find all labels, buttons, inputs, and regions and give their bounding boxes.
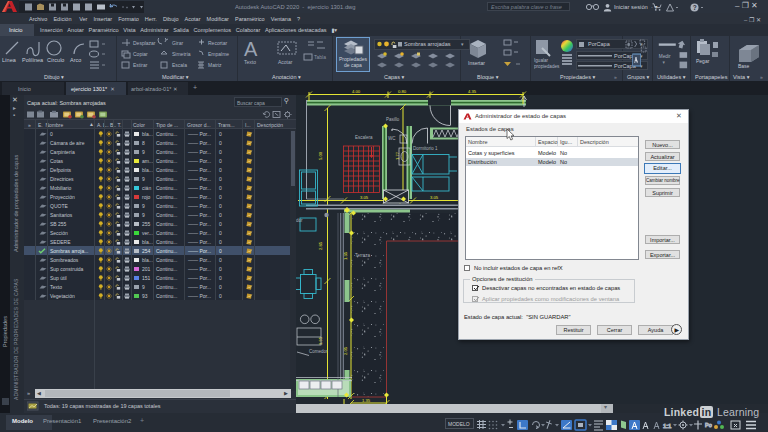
svg-text:Insertar: Insertar: [468, 60, 485, 66]
svg-text:Escalera: Escalera: [355, 135, 373, 140]
svg-text:3.95: 3.95: [318, 336, 323, 345]
svg-text:Girar: Girar: [172, 40, 183, 46]
svg-text:5.00: 5.00: [318, 151, 323, 160]
svg-text:Comedor: Comedor: [309, 349, 328, 354]
svg-text:2.85: 2.85: [318, 241, 323, 250]
svg-text:WC: WC: [388, 136, 396, 141]
svg-text:Arco: Arco: [70, 57, 81, 63]
svg-text:Dormitorio 1: Dormitorio 1: [413, 146, 438, 151]
svg-text:Terraza: Terraza: [355, 253, 371, 258]
svg-text:Po: Po: [705, 422, 712, 428]
svg-text:Círculo: Círculo: [47, 57, 64, 63]
svg-text:3.05: 3.05: [430, 195, 439, 200]
svg-text:Texto: Texto: [244, 59, 256, 65]
svg-text:Recortar: Recortar: [208, 40, 228, 46]
svg-text:0.80: 0.80: [398, 90, 407, 94]
svg-text:1:1: 1:1: [663, 423, 672, 429]
svg-text:Base: Base: [738, 63, 750, 69]
svg-text:4.35: 4.35: [468, 90, 477, 94]
svg-text:Polilínea: Polilínea: [22, 57, 44, 63]
svg-text:Medir: Medir: [659, 54, 671, 59]
svg-text:Empalme: Empalme: [208, 51, 229, 57]
svg-text:Escala: Escala: [172, 62, 187, 68]
svg-text:dor: dor: [296, 218, 303, 223]
svg-text:4.00: 4.00: [352, 90, 361, 94]
svg-text:?: ?: [693, 4, 697, 11]
svg-text:Matriz: Matriz: [208, 62, 222, 68]
svg-text:Simetría: Simetría: [172, 51, 191, 57]
svg-text:3.05: 3.05: [360, 195, 369, 200]
svg-text:propiedades: propiedades: [534, 64, 560, 69]
svg-text:Igualar: Igualar: [534, 58, 549, 63]
svg-text:Línea: Línea: [2, 57, 17, 63]
svg-text:1.35: 1.35: [362, 398, 371, 403]
svg-text:Estirar: Estirar: [133, 62, 148, 68]
svg-text:Pasillo: Pasillo: [386, 117, 400, 122]
svg-text:Copiar: Copiar: [133, 51, 148, 57]
svg-text:A: A: [244, 38, 258, 60]
svg-text:Tabla: Tabla: [314, 54, 326, 60]
svg-text:Desplazar: Desplazar: [133, 40, 156, 46]
svg-text:Acotar: Acotar: [278, 59, 293, 65]
svg-text:▾: ▾: [663, 60, 666, 65]
svg-text:Pegar: Pegar: [696, 58, 710, 64]
